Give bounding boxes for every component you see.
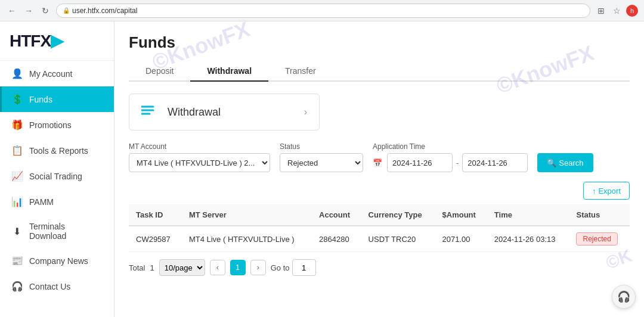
sidebar-item-my-account[interactable]: 👤 My Account	[0, 61, 114, 86]
filters-row: MT Account MT4 Live ( HTFXVULTD-Live ) 2…	[129, 142, 630, 172]
export-button-label: Export	[598, 187, 621, 195]
withdrawal-card-label: Withdrawal	[168, 106, 295, 119]
search-button[interactable]: 🔍 Search	[537, 153, 593, 172]
goto-container: Go to	[271, 259, 316, 276]
col-amount: $Amount	[435, 204, 487, 226]
cell-time: 2024-11-26 03:13	[487, 226, 569, 252]
sidebar-item-label: Funds	[29, 95, 52, 104]
mt-account-label: MT Account	[129, 142, 270, 151]
page-1-button[interactable]: 1	[230, 260, 246, 275]
social-trading-icon: 📈	[11, 170, 23, 182]
sidebar-item-label: Terminals Download	[29, 222, 104, 241]
data-table: Task ID MT Server Account Currency Type …	[129, 204, 630, 252]
cell-task-id: CW29587	[129, 226, 182, 252]
col-account: Account	[312, 204, 361, 226]
refresh-button[interactable]: ↻	[39, 5, 51, 17]
sidebar-item-label: Tools & Reports	[29, 146, 88, 156]
funds-icon: 💲	[11, 94, 23, 105]
sidebar-item-promotions[interactable]: 🎁 Promotions	[0, 112, 114, 138]
sidebar: HTFX▶ 👤 My Account 💲 Funds 🎁 Promotions …	[0, 21, 114, 317]
table-row: CW29587 MT4 Live ( HTFXVULTD-Live ) 2864…	[129, 226, 630, 252]
col-status: Status	[569, 204, 630, 226]
sidebar-item-terminals-download[interactable]: ⬇ Terminals Download	[0, 215, 114, 248]
col-mt-server: MT Server	[182, 204, 312, 226]
withdrawal-card-arrow: ›	[304, 107, 307, 117]
withdrawal-card[interactable]: Withdrawal ›	[129, 94, 320, 130]
news-icon: 📰	[11, 255, 23, 266]
tabs-container: Deposit Withdrawal Transfer	[129, 61, 630, 82]
forward-button[interactable]: →	[23, 5, 35, 17]
date-separator: -	[456, 158, 459, 167]
promotions-icon: 🎁	[11, 119, 23, 130]
tab-deposit[interactable]: Deposit	[129, 61, 190, 82]
mt-account-filter: MT Account MT4 Live ( HTFXVULTD-Live ) 2…	[129, 142, 270, 172]
sidebar-item-label: Social Trading	[29, 172, 82, 181]
next-page-button[interactable]: ›	[250, 260, 266, 275]
col-task-id: Task ID	[129, 204, 182, 226]
date-range: 📅 -	[373, 153, 528, 172]
account-icon: 👤	[11, 68, 23, 79]
url-bar[interactable]: 🔒 user.htfx.com/capital	[56, 4, 590, 18]
sidebar-item-company-news[interactable]: 📰 Company News	[0, 248, 114, 274]
headset-button[interactable]: 🎧	[612, 285, 636, 309]
app-container: HTFX▶ 👤 My Account 💲 Funds 🎁 Promotions …	[0, 21, 644, 317]
status-badge: Rejected	[576, 232, 617, 245]
total-label: Total	[129, 263, 145, 272]
status-select[interactable]: Rejected	[280, 153, 363, 172]
withdrawal-card-icon	[141, 104, 158, 120]
url-text: user.htfx.com/capital	[72, 7, 137, 15]
sidebar-nav: 👤 My Account 💲 Funds 🎁 Promotions 📋 Tool…	[0, 61, 114, 299]
browser-actions: ⊞ ☆ h	[595, 5, 638, 17]
tab-transfer[interactable]: Transfer	[268, 61, 333, 82]
pagination-row: Total 1 10/page ‹ 1 › Go to	[129, 259, 630, 276]
goto-input[interactable]	[292, 259, 316, 276]
pamm-icon: 📊	[11, 196, 23, 207]
cell-amount: 2071.00	[435, 226, 487, 252]
sidebar-item-label: PAMM	[29, 197, 54, 207]
download-icon: ⬇	[11, 226, 23, 237]
sidebar-item-pamm[interactable]: 📊 PAMM	[0, 189, 114, 215]
export-row: ↑ Export	[129, 182, 630, 200]
sidebar-item-social-trading[interactable]: 📈 Social Trading	[0, 163, 114, 189]
bookmark-icon[interactable]: ☆	[611, 5, 623, 17]
user-avatar[interactable]: h	[626, 5, 638, 17]
tab-withdrawal[interactable]: Withdrawal	[190, 61, 268, 82]
search-icon: 🔍	[547, 158, 556, 167]
sidebar-item-tools-reports[interactable]: 📋 Tools & Reports	[0, 138, 114, 163]
total-count: 1	[150, 263, 154, 272]
logo-arrow: ▶	[51, 32, 63, 50]
goto-label: Go to	[271, 263, 290, 272]
back-button[interactable]: ←	[6, 5, 18, 17]
date-from-input[interactable]	[387, 153, 453, 172]
date-to-input[interactable]	[462, 153, 528, 172]
sidebar-item-label: My Account	[29, 69, 72, 79]
sidebar-item-contact-us[interactable]: 🎧 Contact Us	[0, 274, 114, 299]
cell-status: Rejected	[569, 226, 630, 252]
cell-account: 2864280	[312, 226, 361, 252]
logo: HTFX▶	[0, 21, 114, 61]
col-time: Time	[487, 204, 569, 226]
export-icon: ↑	[592, 187, 596, 195]
cell-currency-type: USDT TRC20	[361, 226, 435, 252]
tools-icon: 📋	[11, 145, 23, 156]
sidebar-item-label: Contact Us	[29, 282, 70, 291]
date-label: Application Time	[373, 142, 528, 151]
lock-icon: 🔒	[63, 7, 70, 14]
extensions-icon[interactable]: ⊞	[595, 5, 607, 17]
page-title: Funds	[129, 33, 630, 52]
logo-text: HTFX▶	[10, 31, 104, 51]
contact-icon: 🎧	[11, 281, 23, 292]
sidebar-item-label: Promotions	[29, 120, 72, 130]
main-content: ©KnowFX ©KnowFX ©K Funds Deposit Withdra…	[114, 21, 644, 317]
search-button-label: Search	[559, 158, 583, 167]
sidebar-item-funds[interactable]: 💲 Funds	[0, 86, 114, 112]
date-filter: Application Time 📅 -	[373, 142, 528, 172]
sidebar-item-label: Company News	[29, 256, 88, 266]
export-button[interactable]: ↑ Export	[583, 182, 630, 200]
status-filter: Status Rejected	[280, 142, 363, 172]
col-currency-type: Currency Type	[361, 204, 435, 226]
per-page-select[interactable]: 10/page	[159, 259, 205, 276]
prev-page-button[interactable]: ‹	[210, 260, 225, 275]
table-header-row: Task ID MT Server Account Currency Type …	[129, 204, 630, 226]
mt-account-select[interactable]: MT4 Live ( HTFXVULTD-Live ) 2...	[129, 153, 270, 172]
